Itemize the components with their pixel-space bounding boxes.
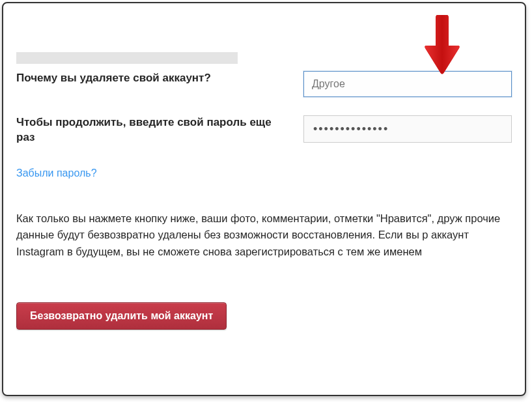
reason-select[interactable]: Другое	[303, 71, 512, 97]
forgot-password-link[interactable]: Забыли пароль?	[16, 167, 97, 179]
placeholder-bar	[16, 52, 238, 64]
password-mask: ••••••••••••••	[313, 122, 389, 136]
password-label: Чтобы продолжить, введите свой пароль ещ…	[16, 115, 303, 145]
reason-label: Почему вы удаляете свой аккаунт?	[16, 71, 303, 86]
warning-text: Как только вы нажмете кнопку ниже, ваши …	[16, 210, 512, 261]
reason-select-value: Другое	[312, 78, 345, 90]
pointer-arrow-icon	[423, 14, 462, 76]
password-field[interactable]: ••••••••••••••	[303, 115, 512, 143]
delete-account-button[interactable]: Безвозвратно удалить мой аккаунт	[16, 302, 227, 330]
